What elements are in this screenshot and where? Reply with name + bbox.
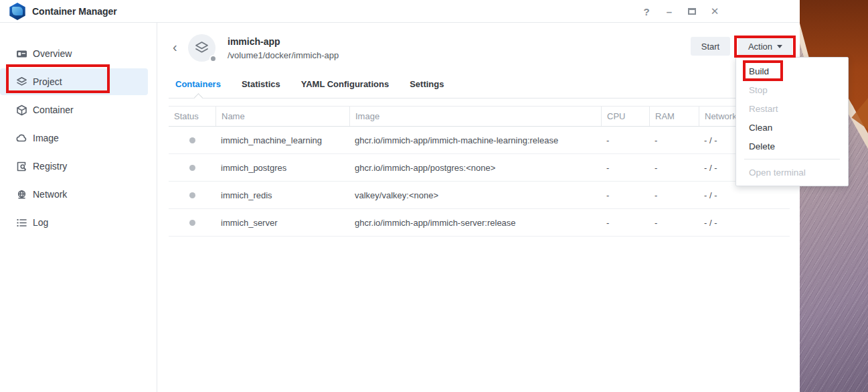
status-cell [169, 220, 215, 226]
menu-item-build[interactable]: Build [736, 62, 848, 80]
container-cpu: - [601, 163, 649, 173]
sidebar-item-container[interactable]: Container [0, 96, 148, 123]
action-button-label: Action [748, 42, 772, 52]
column-header-ram: RAM [649, 107, 699, 126]
table-body: immich_machine_learning ghcr.io/immich-a… [169, 127, 790, 237]
menu-divider [744, 159, 840, 159]
container-ram: - [649, 135, 699, 145]
tab-bar: Containers Statistics YAML Configuration… [175, 79, 444, 96]
sidebar-item-label: Project [33, 76, 62, 87]
stopped-status-icon [189, 165, 195, 171]
sidebar-item-label: Container [33, 105, 74, 115]
menu-item-open-terminal: Open terminal [736, 163, 848, 182]
close-icon[interactable]: ✕ [709, 5, 721, 17]
container-name: immich_machine_learning [215, 135, 349, 145]
menu-item-restart: Restart [736, 99, 848, 118]
status-cell [169, 192, 215, 198]
container-cpu: - [601, 135, 649, 145]
action-dropdown-menu: Build Stop Restart Clean Delete Open ter… [735, 57, 849, 186]
container-name: immich_server [215, 218, 349, 228]
container-network: - / - [699, 190, 790, 200]
menu-item-clean[interactable]: Clean [736, 118, 848, 137]
container-manager-window: Container Manager ? – ✕ Overview Project… [0, 0, 800, 392]
container-ram: - [649, 163, 699, 173]
list-icon [16, 217, 27, 228]
project-name: immich-app [228, 36, 280, 47]
table-header-row: Status Name Image CPU RAM Network [169, 106, 790, 127]
cube-icon [16, 105, 27, 116]
stopped-status-icon [189, 220, 195, 226]
container-manager-logo-icon [9, 3, 26, 20]
maximize-glyph [688, 8, 696, 15]
column-header-status: Status [169, 107, 215, 126]
back-button[interactable]: ‹ [173, 42, 177, 52]
column-header-cpu: CPU [601, 107, 649, 126]
sidebar-item-image[interactable]: Image [0, 125, 148, 151]
logo-glyph [12, 7, 23, 15]
column-header-image: Image [349, 107, 601, 126]
sidebar-item-label: Overview [33, 48, 72, 59]
sidebar-item-overview[interactable]: Overview [0, 40, 148, 67]
menu-item-stop: Stop [736, 80, 848, 99]
container-name: immich_redis [215, 190, 349, 200]
project-path: /volume1/docker/immich-app [228, 50, 339, 60]
status-cell [169, 165, 215, 171]
container-cpu: - [601, 218, 649, 228]
sidebar-item-registry[interactable]: Registry [0, 153, 148, 180]
container-ram: - [649, 218, 699, 228]
tab-divider [169, 98, 790, 99]
table-row[interactable]: immich_machine_learning ghcr.io/immich-a… [169, 127, 790, 154]
container-image: ghcr.io/immich-app/immich-server:release [349, 218, 601, 228]
containers-table: Status Name Image CPU RAM Network immich… [169, 106, 790, 237]
tab-statistics[interactable]: Statistics [242, 79, 280, 96]
window-controls: ? – ✕ [640, 0, 721, 23]
id-card-icon [16, 48, 27, 60]
sidebar-item-label: Registry [33, 161, 67, 172]
tab-settings[interactable]: Settings [410, 79, 444, 96]
action-button[interactable]: Action [738, 37, 792, 56]
titlebar: Container Manager ? – ✕ [0, 0, 800, 23]
sidebar-item-label: Log [33, 217, 48, 228]
project-status-dot [209, 55, 217, 62]
container-name: immich_postgres [215, 163, 349, 173]
column-header-name: Name [215, 107, 349, 126]
container-image: ghcr.io/immich-app/immich-machine-learni… [349, 135, 601, 145]
sidebar-item-log[interactable]: Log [0, 209, 148, 236]
sidebar-item-label: Image [33, 133, 59, 143]
container-cpu: - [601, 190, 649, 200]
table-row[interactable]: immich_server ghcr.io/immich-app/immich-… [169, 209, 790, 237]
minimize-icon[interactable]: – [663, 5, 675, 17]
container-image: valkey/valkey:<none> [349, 190, 601, 200]
container-ram: - [649, 190, 699, 200]
start-button[interactable]: Start [691, 37, 730, 56]
stopped-status-icon [189, 137, 195, 143]
table-row[interactable]: immich_postgres ghcr.io/immich-app/postg… [169, 154, 790, 182]
container-image: ghcr.io/immich-app/postgres:<none> [349, 163, 601, 173]
menu-item-delete[interactable]: Delete [736, 137, 848, 155]
tab-yaml-configurations[interactable]: YAML Configurations [301, 79, 389, 96]
sidebar-item-project[interactable]: Project [0, 68, 148, 95]
status-cell [169, 137, 215, 143]
doc-search-icon [16, 161, 27, 172]
table-row[interactable]: immich_redis valkey/valkey:<none> - - - … [169, 182, 790, 209]
stopped-status-icon [189, 192, 195, 198]
maximize-icon[interactable] [686, 5, 698, 17]
caret-down-icon [777, 45, 782, 48]
sidebar-item-network[interactable]: Network [0, 181, 148, 208]
globe-icon [16, 189, 27, 200]
cloud-icon [16, 133, 27, 144]
layers-icon [16, 76, 27, 88]
main-panel: ‹ immich-app /volume1/docker/immich-app … [158, 23, 800, 392]
app-title: Container Manager [32, 6, 117, 17]
sidebar: Overview Project Container Image Registr… [0, 23, 157, 392]
container-network: - / - [699, 218, 790, 228]
help-icon[interactable]: ? [640, 5, 653, 17]
sidebar-item-label: Network [33, 189, 67, 200]
